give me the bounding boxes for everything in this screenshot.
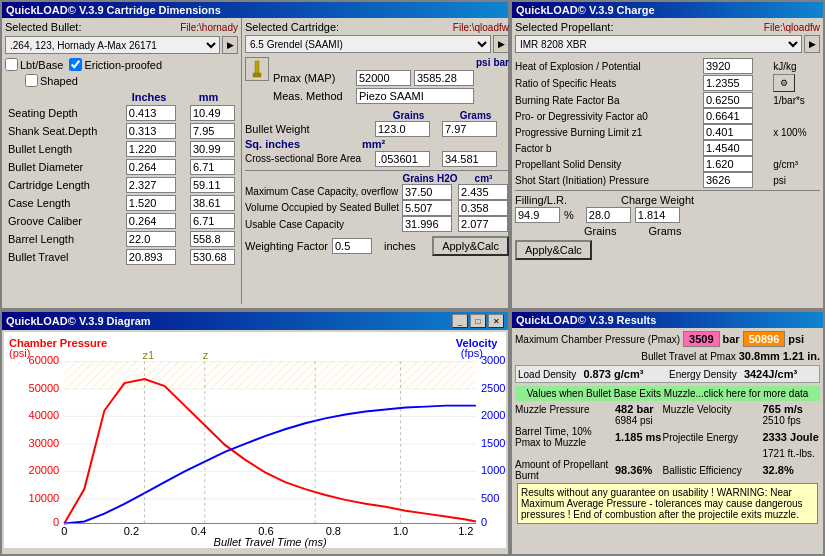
propellant-browse-btn[interactable]: ▶ <box>804 35 820 53</box>
bullet-diameter-inches[interactable] <box>126 159 176 175</box>
cartridge-browse-btn[interactable]: ▶ <box>493 35 509 53</box>
seating-depth-inches[interactable] <box>126 105 176 121</box>
charge-grams-unit: Grams <box>648 225 681 237</box>
filling-pct-field[interactable] <box>515 207 560 223</box>
svg-text:500: 500 <box>481 492 499 504</box>
svg-text:0.8: 0.8 <box>326 525 341 537</box>
pmax-map-label: Pmax (MAP) <box>273 72 353 84</box>
svg-text:1.0: 1.0 <box>393 525 408 537</box>
shank-depth-inches[interactable] <box>126 123 176 139</box>
results-panel: QuickLOAD© V.3.9 Results Maximum Chamber… <box>510 310 825 556</box>
bullet-weight-grams[interactable] <box>442 121 497 137</box>
svg-text:0.4: 0.4 <box>191 525 206 537</box>
shank-depth-mm[interactable] <box>190 123 235 139</box>
svg-text:1000: 1000 <box>481 464 506 476</box>
degressivity-row: Pro- or Degressivity Factor a0 <box>515 108 820 124</box>
bullet-length-inches[interactable] <box>126 141 176 157</box>
cart-dim-title-bar: QuickLOAD© V.3.9 Cartridge Dimensions <box>2 2 508 18</box>
shaped-check[interactable]: Shaped <box>25 74 238 87</box>
diagram-close-btn[interactable]: ✕ <box>488 314 504 328</box>
bullet-browse-btn[interactable]: ▶ <box>222 36 238 54</box>
groove-caliber-mm[interactable] <box>190 213 235 229</box>
diagram-minimize-btn[interactable]: _ <box>452 314 468 328</box>
bullet-travel-mm-val: 30.8mm <box>739 350 780 362</box>
cartridge-length-inches[interactable] <box>126 177 176 193</box>
cartridge-length-mm[interactable] <box>190 177 235 193</box>
case-length-mm[interactable] <box>190 195 235 211</box>
bullet-length-mm[interactable] <box>190 141 235 157</box>
barrel-length-inches[interactable] <box>126 231 176 247</box>
params-table: Grains Grams Bullet Weight Sq. inches mm… <box>245 110 509 167</box>
lbt-base-check[interactable]: Lbt/Base <box>5 58 63 71</box>
meas-method-label: Meas. Method <box>273 90 353 102</box>
specific-heats-btn[interactable]: ⚙ <box>773 74 795 92</box>
seating-depth-mm[interactable] <box>190 105 235 121</box>
bore-area-row: Cross-sectional Bore Area <box>245 151 509 167</box>
charge-grains-field[interactable] <box>586 207 631 223</box>
cartridge-label: Selected Cartridge: <box>245 21 339 33</box>
results-table: Muzzle Pressure 482 bar Muzzle Velocity … <box>515 403 820 481</box>
charge-apply-calc-btn[interactable]: Apply&Calc <box>515 240 592 260</box>
vol-seated-grains[interactable] <box>402 200 452 216</box>
eriction-check[interactable]: Eriction-proofed <box>69 58 162 71</box>
svg-text:z: z <box>203 350 209 362</box>
cartridge-combo[interactable]: 6.5 Grendel (SAAMI) <box>245 35 491 53</box>
usable-grains[interactable] <box>402 216 452 232</box>
svg-text:2000: 2000 <box>481 409 506 421</box>
specific-heats-row: Ratio of Specific Heats ⚙ <box>515 74 820 92</box>
svg-text:z1: z1 <box>143 350 155 362</box>
svg-text:0.2: 0.2 <box>124 525 139 537</box>
values-banner[interactable]: Values when Bullet Base Exits Muzzle...c… <box>515 386 820 401</box>
pmax-psi-field[interactable] <box>356 70 411 86</box>
propellant-combo[interactable]: IMR 8208 XBR <box>515 35 802 53</box>
groove-caliber-inches[interactable] <box>126 213 176 229</box>
table-row: Groove Caliber <box>5 212 238 230</box>
usable-cm3[interactable] <box>458 216 508 232</box>
vol-seated-cm3[interactable] <box>458 200 508 216</box>
max-chamber-psi-unit: psi <box>788 333 804 345</box>
table-row: Cartridge Length <box>5 176 238 194</box>
max-case-row: Maximum Case Capacity, overflow <box>245 184 509 200</box>
propellant-file: File:\qloadfw <box>764 22 820 33</box>
svg-rect-0 <box>255 61 259 73</box>
barrel-time-row: Barrel Time, 10% Pmax to Muzzle 1.185 ms… <box>515 426 820 448</box>
bullet-weight-grains[interactable] <box>375 121 430 137</box>
bore-sq-inches[interactable] <box>375 151 430 167</box>
prop-burnt-row: Amount of Propellant Burnt 98.36% Ballis… <box>515 459 820 481</box>
table-row: Barrel Length <box>5 230 238 248</box>
solid-density-val[interactable] <box>703 156 753 172</box>
case-length-inches[interactable] <box>126 195 176 211</box>
burning-rate-row: Burning Rate Factor Ba 1/bar*s <box>515 92 820 108</box>
diagram-title-bar: QuickLOAD© V.3.9 Diagram _ □ ✕ <box>2 312 508 330</box>
weighting-field[interactable] <box>332 238 372 254</box>
charge-grams-field[interactable] <box>635 207 680 223</box>
meas-method-field[interactable] <box>356 88 474 104</box>
specific-heats-val[interactable] <box>703 75 753 91</box>
bullet-travel-mm[interactable] <box>190 249 235 265</box>
degressivity-val[interactable] <box>703 108 753 124</box>
burning-rate-val[interactable] <box>703 92 753 108</box>
barrel-length-mm[interactable] <box>190 231 235 247</box>
table-row: Bullet Length <box>5 140 238 158</box>
pmax-bar-field[interactable] <box>414 70 474 86</box>
svg-text:0: 0 <box>481 517 487 529</box>
propellant-label: Selected Propellant: <box>515 21 613 33</box>
heat-val[interactable] <box>703 58 753 74</box>
svg-text:(fps): (fps) <box>461 347 483 359</box>
dimensions-table: Inches mm Seating Depth Shank Seat.Depth <box>5 90 238 266</box>
cart-dim-title: QuickLOAD© V.3.9 Cartridge Dimensions <box>6 4 221 16</box>
prog-burn-val[interactable] <box>703 124 753 140</box>
shot-start-val[interactable] <box>703 172 753 188</box>
bore-mm2[interactable] <box>442 151 497 167</box>
apply-calc-btn[interactable]: Apply&Calc <box>432 236 509 256</box>
svg-text:1500: 1500 <box>481 437 506 449</box>
max-case-grains[interactable] <box>402 184 452 200</box>
bullet-diameter-mm[interactable] <box>190 159 235 175</box>
factor-b-val[interactable] <box>703 140 753 156</box>
bullet-travel-inches[interactable] <box>126 249 176 265</box>
svg-text:30000: 30000 <box>29 437 60 449</box>
max-case-cm3[interactable] <box>458 184 508 200</box>
svg-text:2500: 2500 <box>481 382 506 394</box>
bullet-combo[interactable]: .264, 123, Hornady A-Max 26171 <box>5 36 220 54</box>
diagram-maximize-btn[interactable]: □ <box>470 314 486 328</box>
